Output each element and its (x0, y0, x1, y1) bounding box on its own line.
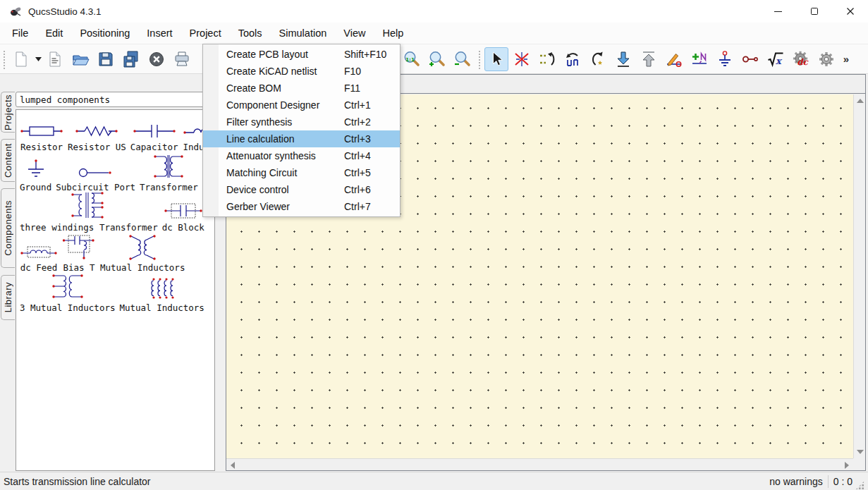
warnings-status: no warnings (769, 476, 823, 487)
status-message: Starts transmission line calculator (4, 476, 151, 487)
menu-positioning[interactable]: Positioning (71, 23, 138, 44)
vertical-scrollbar[interactable] (853, 94, 865, 458)
settings-gear-icon (817, 50, 836, 68)
delete-button[interactable] (510, 47, 534, 71)
scrollbar-corner (853, 458, 865, 470)
select-pointer-button[interactable] (484, 47, 508, 71)
ground-button[interactable] (713, 47, 737, 71)
menu-item-attenuator-synthesis[interactable]: Attenuator synthesis Ctrl+4 (203, 147, 400, 164)
zoom-1-1-button[interactable]: 1:1 (400, 47, 424, 71)
maximize-icon (811, 8, 818, 15)
status-separator (828, 475, 829, 488)
rotate-button[interactable] (586, 47, 610, 71)
component-row: 3 Mutual Inductors Mutual Inductors (18, 273, 213, 313)
component-bias-t[interactable]: Bias T (60, 233, 98, 273)
mirror-y-button[interactable] (561, 47, 585, 71)
settings-button[interactable] (814, 47, 838, 71)
component-ground[interactable]: Ground (18, 158, 54, 192)
close-button[interactable] (832, 0, 868, 23)
menu-project[interactable]: Project (181, 23, 230, 44)
component-mutual-inductors[interactable]: Mutual Inductors (98, 234, 187, 273)
menu-item-line-calculation[interactable]: Line calculation Ctrl+3 (203, 130, 400, 147)
open-icon (71, 50, 90, 68)
menu-tools[interactable]: Tools (230, 23, 271, 44)
transformer-icon (149, 152, 188, 180)
component-category-combobox[interactable]: lumped components (16, 92, 211, 107)
toolbar-overflow-button[interactable]: » (841, 53, 852, 65)
maximize-button[interactable] (796, 0, 832, 23)
menu-simulation[interactable]: Simulation (271, 23, 336, 44)
component-resistor[interactable]: Resistor (18, 122, 66, 152)
scroll-down-arrow-icon[interactable] (857, 450, 864, 454)
toolbar-drag-handle[interactable] (2, 49, 6, 69)
print-button[interactable] (170, 47, 194, 71)
three-windings-transformer-icon (68, 190, 110, 221)
resize-grip[interactable] (855, 481, 864, 490)
svg-text:1:1: 1:1 (405, 57, 415, 63)
push-into-button[interactable] (611, 47, 635, 71)
dc-simulation-button[interactable]: dc (789, 47, 813, 71)
component-dc-feed[interactable]: dc Feed (18, 243, 60, 273)
minimize-button[interactable] (760, 0, 796, 23)
capacitor-icon (133, 122, 176, 140)
new-text-document-button[interactable] (43, 47, 67, 71)
menu-item-create-kicad-netlist[interactable]: Create KiCAD netlist F10 (203, 63, 400, 80)
port-button[interactable] (738, 47, 762, 71)
scroll-up-arrow-icon[interactable] (857, 99, 864, 103)
sidebar-tab-library[interactable]: Library (1, 275, 15, 320)
menu-edit[interactable]: Edit (37, 23, 71, 44)
menu-item-matching-circuit[interactable]: Matching Circuit Ctrl+5 (203, 164, 400, 181)
zoom-out-button[interactable] (451, 47, 475, 71)
pop-out-icon (640, 50, 658, 68)
window-controls (760, 0, 868, 23)
ground-symbol-icon (25, 158, 47, 180)
component-capacitor[interactable]: Capacitor (128, 122, 181, 152)
scroll-left-arrow-icon[interactable] (231, 462, 235, 469)
chevron-down-icon (35, 57, 42, 61)
component-3-mutual-inductors[interactable]: 3 Mutual Inductors (18, 271, 117, 313)
new-text-document-icon (46, 50, 64, 68)
component-resistor-us[interactable]: Resistor US (66, 122, 128, 152)
equation-button[interactable]: x (764, 47, 788, 71)
component-subcircuit-port[interactable]: Subcircuit Port (54, 165, 137, 192)
sidebar-tab-components[interactable]: Components (1, 188, 15, 268)
new-document-dropdown[interactable] (34, 47, 42, 71)
toolbar-drag-handle-3[interactable] (477, 49, 482, 69)
menu-item-component-designer[interactable]: Component Designer Ctrl+1 (203, 97, 400, 114)
new-document-button[interactable] (9, 47, 33, 71)
menu-item-label: Create PCB layout (226, 49, 308, 60)
sidebar-tab-content[interactable]: Content (1, 139, 15, 182)
sidebar-tab-projects[interactable]: Projects (1, 92, 15, 133)
zoom-in-button[interactable] (425, 47, 449, 71)
node-name-button[interactable] (687, 47, 711, 71)
component-three-windings-transformer[interactable]: three windings Transformer (18, 190, 160, 233)
menu-item-shortcut: Ctrl+1 (344, 99, 371, 111)
sidebar-tab-library-label: Library (3, 282, 13, 312)
open-button[interactable] (68, 47, 92, 71)
resistor-icon (20, 122, 63, 140)
menu-view[interactable]: View (335, 23, 374, 44)
menu-item-create-bom[interactable]: Create BOM F11 (203, 80, 400, 97)
menu-help[interactable]: Help (374, 23, 412, 44)
menu-insert[interactable]: Insert (138, 23, 181, 44)
menu-item-device-control[interactable]: Device control Ctrl+6 (203, 181, 400, 198)
component-row: dc Feed Bias T (18, 233, 213, 273)
component-mutual-inductors-4[interactable]: Mutual Inductors (117, 276, 206, 313)
menu-item-filter-synthesis[interactable]: Filter synthesis Ctrl+2 (203, 114, 400, 130)
menu-file[interactable]: File (4, 23, 37, 44)
save-button[interactable] (94, 47, 118, 71)
component-dc-block[interactable]: dc Block (160, 201, 207, 233)
menu-item-gerber-viewer[interactable]: Gerber Viewer Ctrl+7 (203, 198, 400, 215)
component-label: Resistor (20, 142, 63, 152)
horizontal-scrollbar[interactable] (226, 458, 853, 470)
wire-label-button[interactable] (662, 47, 686, 71)
close-document-button[interactable] (145, 47, 169, 71)
component-transformer[interactable]: Transformer (137, 152, 200, 192)
pop-out-button[interactable] (637, 47, 661, 71)
component-row: Resistor Resistor US Capacitor (18, 112, 213, 152)
mirror-x-button[interactable] (535, 47, 559, 71)
menu-item-create-pcb-layout[interactable]: Create PCB layout Shift+F10 (203, 46, 400, 63)
scroll-right-arrow-icon[interactable] (845, 462, 849, 469)
save-all-button[interactable] (119, 47, 143, 71)
component-label: Mutual Inductors (119, 302, 204, 313)
